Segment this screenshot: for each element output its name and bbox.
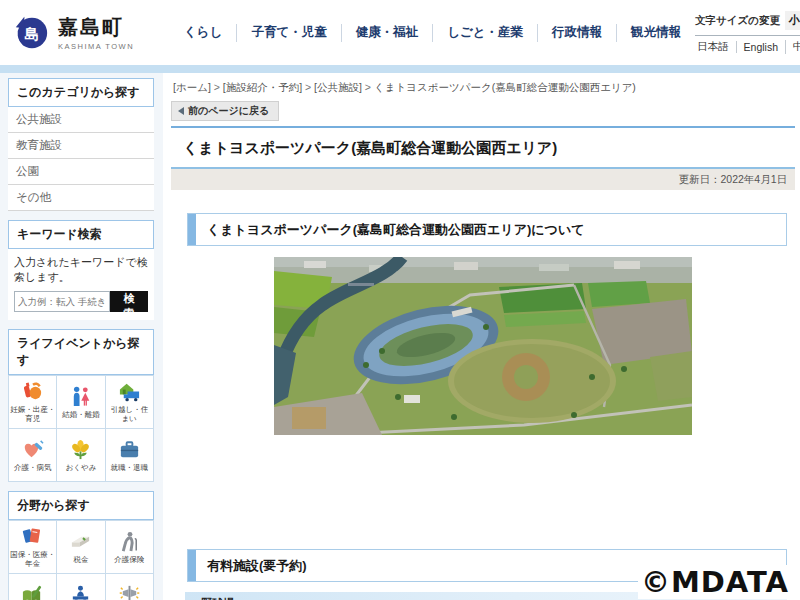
paid-heading-text: 有料施設(要予約): [207, 550, 307, 581]
lang-chinese[interactable]: 中文: [785, 40, 800, 54]
elderly-cane-icon: [118, 530, 141, 553]
page-title: くまトヨスポーツパーク(嘉島町総合運動公園西エリア): [171, 128, 795, 167]
couple-icon: [69, 385, 92, 408]
field-care-insurance[interactable]: 介護保険: [106, 521, 154, 574]
nav-kenko[interactable]: 健康・福祉: [342, 20, 433, 45]
back-button[interactable]: 前のページに戻る: [171, 101, 279, 121]
heading-accent-bar: [188, 550, 196, 581]
books-icon: [21, 525, 44, 548]
field-grid: 国保・医療・年金 税金 介護保険: [8, 520, 154, 600]
book-pencil-icon: [21, 583, 44, 600]
heading-accent-bar: [188, 214, 196, 245]
breadcrumb-public-facility[interactable]: [公共施設]: [314, 81, 374, 93]
life-event-label: 結婚・離婚: [62, 410, 100, 419]
sports-park-aerial-photo: [274, 257, 692, 435]
breadcrumb-current: くまトヨスポーツパーク(嘉島町総合運動公園西エリア): [374, 81, 636, 93]
field-consultation[interactable]: 相談窓口: [57, 574, 105, 600]
life-event-label: 引越し・住まい: [107, 405, 152, 423]
language-switcher: 日本語 English 中文 한국어: [695, 35, 800, 54]
nav-gyosei[interactable]: 行政情報: [538, 20, 616, 45]
radio-speaker-icon: [118, 583, 141, 600]
baby-icon: [21, 380, 44, 403]
keyword-search-button[interactable]: 検索: [110, 291, 148, 312]
keyword-search-input[interactable]: [14, 291, 110, 312]
about-heading-text: くまトヨスポーツパーク(嘉島町総合運動公園西エリア)について: [207, 214, 585, 245]
life-event-moving[interactable]: 引越し・住まい: [106, 376, 154, 429]
life-event-heading: ライフイベントから探す: [8, 329, 154, 375]
field-label: 税金: [73, 555, 88, 564]
font-size-small-button[interactable]: 小: [785, 11, 800, 30]
nav-kanko[interactable]: 観光情報: [617, 20, 695, 45]
sidebar-item-parks[interactable]: 公園: [8, 159, 154, 185]
briefcase-icon: [118, 438, 141, 461]
life-event-marriage[interactable]: 結婚・離婚: [57, 376, 105, 429]
field-search-heading: 分野から探す: [8, 491, 154, 520]
breadcrumb-facility-intro[interactable]: [施設紹介・予約]: [223, 81, 314, 93]
breadcrumb: [ホーム][施設紹介・予約][公共施設]くまトヨスポーツパーク(嘉島町総合運動公…: [171, 78, 795, 101]
content-spacer: [171, 435, 795, 527]
heart-syringe-icon: [21, 438, 44, 461]
about-section-heading: くまトヨスポーツパーク(嘉島町総合運動公園西エリア)について: [187, 213, 787, 246]
life-event-employment[interactable]: 就職・退職: [106, 429, 154, 482]
field-label: 介護保険: [114, 555, 144, 564]
subheading-label: 野球場: [201, 596, 234, 600]
back-button-label: 前のページに戻る: [188, 104, 269, 118]
field-tax[interactable]: 税金: [57, 521, 105, 574]
life-event-label: 介護・病気: [14, 463, 52, 472]
eraser-icon: [69, 530, 92, 553]
flower-icon: [69, 438, 92, 461]
breadcrumb-home[interactable]: [ホーム]: [173, 81, 223, 93]
life-event-label: 妊娠・出産・育児: [10, 405, 55, 423]
main-content: [ホーム][施設紹介・予約][公共施設]くまトヨスポーツパーク(嘉島町総合運動公…: [163, 73, 800, 600]
life-event-condolence[interactable]: おくやみ: [57, 429, 105, 482]
field-education[interactable]: 教育: [9, 574, 57, 600]
svg-text:島: 島: [24, 25, 39, 41]
life-event-label: おくやみ: [66, 463, 97, 472]
watermark: ©MDATA: [638, 565, 792, 599]
sidebar: このカテゴリから探す 公共施設 教育施設 公園 その他 キーワード検索 入力され…: [0, 73, 158, 600]
header-divider-band: [0, 65, 800, 73]
life-event-care-illness[interactable]: 介護・病気: [9, 429, 57, 482]
field-label: 国保・医療・年金: [10, 550, 55, 568]
field-disaster-radio[interactable]: 防災無線: [106, 574, 154, 600]
updated-date: 更新日：2022年4月1日: [678, 173, 787, 187]
life-event-label: 就職・退職: [111, 463, 149, 472]
font-size-label: 文字サイズの変更: [695, 14, 780, 28]
life-event-grid: 妊娠・出産・育児 結婚・離婚: [8, 375, 154, 482]
field-insurance-pension[interactable]: 国保・医療・年金: [9, 521, 57, 574]
town-name: 嘉島町: [58, 14, 134, 41]
keyword-search-description: 入力されたキーワードで検索します。: [14, 255, 148, 285]
nav-shigoto[interactable]: しごと・産業: [433, 20, 537, 45]
sidebar-category-heading: このカテゴリから探す: [8, 78, 154, 107]
nav-kurashi[interactable]: くらし: [170, 20, 236, 45]
town-name-en: KASHIMA TOWN: [58, 42, 134, 51]
keyword-search-heading: キーワード検索: [8, 220, 154, 249]
sidebar-item-public-facilities[interactable]: 公共施設: [8, 107, 154, 133]
nav-kosodate[interactable]: 子育て・児童: [237, 20, 340, 45]
counter-person-icon: [69, 583, 92, 600]
house-truck-icon: [118, 380, 141, 403]
lang-japanese[interactable]: 日本語: [695, 40, 736, 54]
sidebar-item-education-facilities[interactable]: 教育施設: [8, 133, 154, 159]
town-logo[interactable]: 島 嘉島町 KASHIMA TOWN: [12, 14, 152, 52]
life-event-pregnancy[interactable]: 妊娠・出産・育児: [9, 376, 57, 429]
global-nav: くらし 子育て・児童 健康・福祉 しごと・産業 行政情報 観光情報: [170, 20, 695, 45]
site-header: 島 嘉島町 KASHIMA TOWN くらし 子育て・児童 健康・福祉 しごと・…: [0, 0, 800, 65]
sidebar-item-others[interactable]: その他: [8, 185, 154, 211]
town-emblem-icon: 島: [12, 14, 50, 52]
back-arrow-icon: [178, 107, 184, 115]
lang-english[interactable]: English: [736, 41, 785, 53]
article: くまトヨスポーツパーク(嘉島町総合運動公園西エリア) 更新日：2022年4月1日…: [171, 126, 795, 600]
